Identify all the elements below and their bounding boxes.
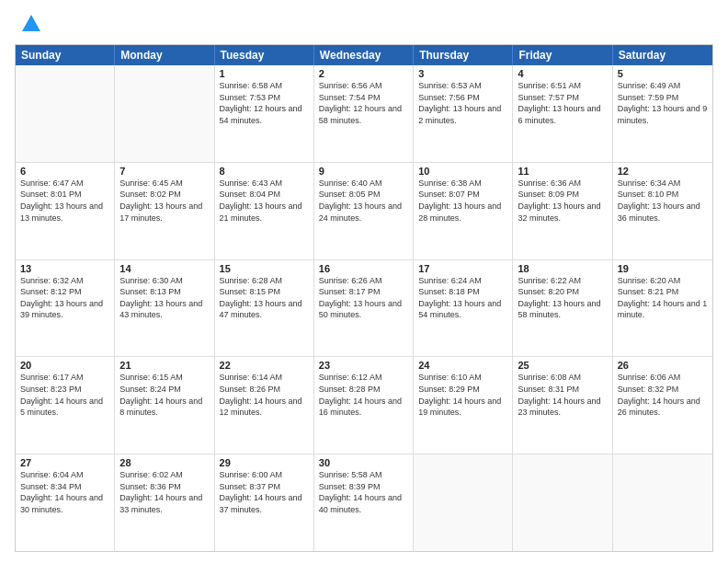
calendar-empty-cell — [613, 454, 712, 551]
day-number: 17 — [418, 263, 507, 274]
calendar-day-2: 2Sunrise: 6:56 AM Sunset: 7:54 PM Daylig… — [314, 65, 414, 162]
day-header-monday: Monday — [115, 45, 214, 65]
day-info: Sunrise: 6:58 AM Sunset: 7:53 PM Dayligh… — [220, 80, 309, 126]
day-info: Sunrise: 6:53 AM Sunset: 7:56 PM Dayligh… — [418, 80, 507, 126]
calendar-empty-cell — [16, 65, 115, 162]
calendar-empty-cell — [115, 65, 214, 162]
day-header-tuesday: Tuesday — [215, 45, 314, 65]
day-info: Sunrise: 6:51 AM Sunset: 7:57 PM Dayligh… — [518, 80, 607, 126]
day-number: 21 — [119, 360, 209, 371]
day-info: Sunrise: 6:36 AM Sunset: 8:09 PM Dayligh… — [518, 178, 607, 224]
calendar-day-28: 28Sunrise: 6:02 AM Sunset: 8:36 PM Dayli… — [115, 454, 214, 551]
day-header-saturday: Saturday — [613, 45, 712, 65]
calendar-header-row: SundayMondayTuesdayWednesdayThursdayFrid… — [16, 45, 712, 65]
calendar-day-19: 19Sunrise: 6:20 AM Sunset: 8:21 PM Dayli… — [613, 260, 712, 357]
day-header-friday: Friday — [513, 45, 612, 65]
calendar-day-16: 16Sunrise: 6:26 AM Sunset: 8:17 PM Dayli… — [314, 260, 414, 357]
day-info: Sunrise: 6:30 AM Sunset: 8:13 PM Dayligh… — [119, 275, 209, 321]
calendar-day-4: 4Sunrise: 6:51 AM Sunset: 7:57 PM Daylig… — [513, 65, 612, 162]
day-info: Sunrise: 6:43 AM Sunset: 8:04 PM Dayligh… — [220, 178, 309, 224]
calendar-day-13: 13Sunrise: 6:32 AM Sunset: 8:12 PM Dayli… — [16, 260, 115, 357]
day-number: 13 — [20, 263, 109, 274]
day-info: Sunrise: 6:32 AM Sunset: 8:12 PM Dayligh… — [20, 275, 109, 321]
calendar-week-4: 20Sunrise: 6:17 AM Sunset: 8:23 PM Dayli… — [16, 357, 712, 454]
calendar-body: 1Sunrise: 6:58 AM Sunset: 7:53 PM Daylig… — [16, 65, 712, 551]
day-number: 9 — [319, 166, 408, 177]
calendar-day-21: 21Sunrise: 6:15 AM Sunset: 8:24 PM Dayli… — [115, 357, 214, 454]
calendar-day-24: 24Sunrise: 6:10 AM Sunset: 8:29 PM Dayli… — [414, 357, 513, 454]
day-info: Sunrise: 6:38 AM Sunset: 8:07 PM Dayligh… — [418, 178, 507, 224]
calendar-empty-cell — [513, 454, 612, 551]
day-info: Sunrise: 6:00 AM Sunset: 8:37 PM Dayligh… — [220, 469, 309, 515]
calendar: SundayMondayTuesdayWednesdayThursdayFrid… — [15, 44, 713, 552]
day-header-sunday: Sunday — [16, 45, 115, 65]
calendar-day-10: 10Sunrise: 6:38 AM Sunset: 8:07 PM Dayli… — [414, 163, 513, 259]
day-info: Sunrise: 6:10 AM Sunset: 8:29 PM Dayligh… — [418, 372, 507, 418]
day-info: Sunrise: 6:56 AM Sunset: 7:54 PM Dayligh… — [319, 80, 408, 126]
calendar-day-22: 22Sunrise: 6:14 AM Sunset: 8:26 PM Dayli… — [215, 357, 314, 454]
calendar-day-23: 23Sunrise: 6:12 AM Sunset: 8:28 PM Dayli… — [314, 357, 414, 454]
calendar-day-11: 11Sunrise: 6:36 AM Sunset: 8:09 PM Dayli… — [513, 163, 612, 259]
calendar-day-12: 12Sunrise: 6:34 AM Sunset: 8:10 PM Dayli… — [613, 163, 712, 259]
day-number: 6 — [20, 166, 109, 177]
day-info: Sunrise: 5:58 AM Sunset: 8:39 PM Dayligh… — [319, 469, 408, 515]
day-info: Sunrise: 6:40 AM Sunset: 8:05 PM Dayligh… — [319, 178, 408, 224]
day-info: Sunrise: 6:17 AM Sunset: 8:23 PM Dayligh… — [20, 372, 109, 418]
calendar-day-3: 3Sunrise: 6:53 AM Sunset: 7:56 PM Daylig… — [414, 65, 513, 162]
calendar-week-5: 27Sunrise: 6:04 AM Sunset: 8:34 PM Dayli… — [16, 454, 712, 551]
logo-icon — [18, 11, 44, 37]
calendar-day-29: 29Sunrise: 6:00 AM Sunset: 8:37 PM Dayli… — [215, 454, 314, 551]
calendar-day-26: 26Sunrise: 6:06 AM Sunset: 8:32 PM Dayli… — [613, 357, 712, 454]
calendar-day-20: 20Sunrise: 6:17 AM Sunset: 8:23 PM Dayli… — [16, 357, 115, 454]
day-info: Sunrise: 6:26 AM Sunset: 8:17 PM Dayligh… — [319, 275, 408, 321]
page: SundayMondayTuesdayWednesdayThursdayFrid… — [0, 0, 728, 563]
day-info: Sunrise: 6:20 AM Sunset: 8:21 PM Dayligh… — [618, 275, 708, 321]
calendar-day-6: 6Sunrise: 6:47 AM Sunset: 8:01 PM Daylig… — [16, 163, 115, 259]
calendar-day-30: 30Sunrise: 5:58 AM Sunset: 8:39 PM Dayli… — [314, 454, 414, 551]
day-number: 18 — [518, 263, 607, 274]
day-number: 24 — [418, 360, 507, 371]
day-number: 8 — [220, 166, 309, 177]
day-number: 25 — [518, 360, 607, 371]
calendar-day-1: 1Sunrise: 6:58 AM Sunset: 7:53 PM Daylig… — [215, 65, 314, 162]
day-info: Sunrise: 6:49 AM Sunset: 7:59 PM Dayligh… — [618, 80, 708, 126]
day-number: 7 — [119, 166, 209, 177]
day-header-thursday: Thursday — [414, 45, 513, 65]
day-number: 1 — [220, 68, 309, 79]
day-number: 2 — [319, 68, 408, 79]
day-info: Sunrise: 6:45 AM Sunset: 8:02 PM Dayligh… — [119, 178, 209, 224]
day-number: 22 — [220, 360, 309, 371]
calendar-day-8: 8Sunrise: 6:43 AM Sunset: 8:04 PM Daylig… — [215, 163, 314, 259]
calendar-empty-cell — [414, 454, 513, 551]
day-number: 20 — [20, 360, 109, 371]
day-info: Sunrise: 6:14 AM Sunset: 8:26 PM Dayligh… — [220, 372, 309, 418]
day-number: 3 — [418, 68, 507, 79]
day-info: Sunrise: 6:04 AM Sunset: 8:34 PM Dayligh… — [20, 469, 109, 515]
header — [15, 11, 713, 37]
day-number: 10 — [418, 166, 507, 177]
logo — [15, 11, 44, 37]
calendar-day-5: 5Sunrise: 6:49 AM Sunset: 7:59 PM Daylig… — [613, 65, 712, 162]
day-number: 14 — [119, 263, 209, 274]
day-number: 5 — [618, 68, 708, 79]
day-info: Sunrise: 6:34 AM Sunset: 8:10 PM Dayligh… — [618, 178, 708, 224]
day-info: Sunrise: 6:47 AM Sunset: 8:01 PM Dayligh… — [20, 178, 109, 224]
calendar-week-1: 1Sunrise: 6:58 AM Sunset: 7:53 PM Daylig… — [16, 65, 712, 163]
calendar-day-7: 7Sunrise: 6:45 AM Sunset: 8:02 PM Daylig… — [115, 163, 214, 259]
day-number: 29 — [220, 457, 309, 468]
day-number: 12 — [618, 166, 708, 177]
day-info: Sunrise: 6:06 AM Sunset: 8:32 PM Dayligh… — [618, 372, 708, 418]
calendar-day-25: 25Sunrise: 6:08 AM Sunset: 8:31 PM Dayli… — [513, 357, 612, 454]
day-info: Sunrise: 6:15 AM Sunset: 8:24 PM Dayligh… — [119, 372, 209, 418]
day-number: 30 — [319, 457, 408, 468]
day-info: Sunrise: 6:02 AM Sunset: 8:36 PM Dayligh… — [119, 469, 209, 515]
calendar-day-18: 18Sunrise: 6:22 AM Sunset: 8:20 PM Dayli… — [513, 260, 612, 357]
calendar-day-15: 15Sunrise: 6:28 AM Sunset: 8:15 PM Dayli… — [215, 260, 314, 357]
calendar-day-14: 14Sunrise: 6:30 AM Sunset: 8:13 PM Dayli… — [115, 260, 214, 357]
day-number: 19 — [618, 263, 708, 274]
calendar-week-3: 13Sunrise: 6:32 AM Sunset: 8:12 PM Dayli… — [16, 260, 712, 358]
day-number: 4 — [518, 68, 607, 79]
day-number: 26 — [618, 360, 708, 371]
day-number: 27 — [20, 457, 109, 468]
day-number: 16 — [319, 263, 408, 274]
